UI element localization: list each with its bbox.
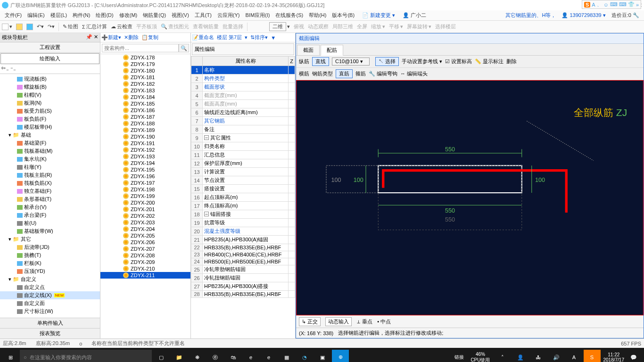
list-item[interactable]: ZDYX-181: [100, 74, 190, 81]
comp-new[interactable]: ➕新建▾: [101, 34, 121, 41]
link-label[interactable]: 链接: [454, 354, 464, 361]
tb-select-floor[interactable]: 选择楼层: [435, 23, 456, 30]
nav-item[interactable]: 挑檐(T): [0, 251, 100, 259]
menu-version[interactable]: 版本号(B): [329, 12, 357, 19]
list-item[interactable]: ZDYX-187: [100, 114, 190, 120]
nav-item[interactable]: 板洞(N): [0, 99, 100, 107]
tray-people[interactable]: 👤: [512, 350, 529, 362]
tb-level-top[interactable]: 平齐板顶: [136, 23, 157, 30]
nav-item[interactable]: 柱墩(Y): [0, 163, 100, 171]
nav-item[interactable]: 板受力筋(S): [0, 107, 100, 115]
prop-row[interactable]: 15搭接设置: [191, 185, 295, 193]
list-item[interactable]: ZDYX-183: [100, 87, 190, 94]
mid-pt[interactable]: • 中点: [377, 318, 391, 325]
list-item[interactable]: ZDYX-203: [100, 219, 190, 226]
list-item[interactable]: ZDYX-205: [100, 232, 190, 239]
prop-row[interactable]: 18−锚固搭接: [191, 210, 295, 219]
component-list[interactable]: ZDYX-178ZDYX-179ZDYX-180ZDYX-181ZDYX-182…: [100, 54, 190, 338]
set-elevation[interactable]: ☑ 设置标高: [445, 58, 472, 65]
prop-row[interactable]: 26冷轧扭钢筋锚固: [191, 274, 295, 282]
nav-item[interactable]: 板负筋(F): [0, 115, 100, 123]
nav-item[interactable]: 自定义面: [0, 299, 100, 307]
prop-row[interactable]: 13计算设置: [191, 168, 295, 176]
app-icon-1[interactable]: ❋: [189, 350, 206, 362]
prop-row[interactable]: 2构件类型: [191, 74, 295, 83]
menu-floor[interactable]: 楼层(L): [48, 12, 70, 19]
prop-row[interactable]: 20混凝土强度等级: [191, 227, 295, 236]
list-item[interactable]: ZDYX-182: [100, 81, 190, 87]
edit-end[interactable]: ↔ 编辑端头: [400, 70, 428, 77]
app-current[interactable]: ⊕: [332, 350, 349, 362]
prop-row[interactable]: 4截面宽度(mm): [191, 91, 295, 100]
tab-engineering-settings[interactable]: 工程设置: [0, 42, 100, 53]
list-item[interactable]: ZDYX-198: [100, 186, 190, 193]
nav-item[interactable]: 楼层板带(H): [0, 123, 100, 131]
tb-batch-select[interactable]: 批量选择: [223, 23, 243, 30]
prop-row[interactable]: 6轴线距左边线距离(mm): [191, 108, 295, 117]
prop-row[interactable]: 10归类名称: [191, 142, 295, 151]
nav-item[interactable]: 承台梁(F): [0, 211, 100, 219]
start-button[interactable]: ⊞: [2, 350, 19, 362]
menu-tools[interactable]: 工具(T): [192, 12, 215, 19]
nav-item[interactable]: ▾ 📁基础: [0, 131, 100, 139]
list-item[interactable]: ZDYX-208: [100, 252, 190, 259]
prop-row[interactable]: 19抗震等级: [191, 219, 295, 227]
show-annotations[interactable]: 📏 显示标注: [475, 58, 504, 65]
menu-rebar[interactable]: 钢筋量(Q): [140, 12, 169, 19]
prop-row[interactable]: 22HRB335(B),HRB335E(BE),HRBF: [191, 244, 295, 251]
prop-row[interactable]: 16起点顶标高(m): [191, 193, 295, 202]
list-item[interactable]: ZDYX-204: [100, 226, 190, 232]
nav-item[interactable]: 自定义点: [0, 283, 100, 291]
list-item[interactable]: ZDYX-179: [100, 61, 190, 67]
list-item[interactable]: ZDYX-196: [100, 173, 190, 180]
prop-row[interactable]: 12保护层厚度(mm): [191, 159, 295, 168]
prop-row[interactable]: 24HRB500(E),HRB500E(EE),HRBF: [191, 258, 295, 265]
nav-item[interactable]: 筏板基础(M): [0, 147, 100, 155]
menu-file[interactable]: 文件(F): [2, 12, 25, 19]
menu-online[interactable]: 在线服务(S): [272, 12, 306, 19]
prop-row[interactable]: 25冷轧带肋钢筋锚固: [191, 265, 295, 274]
prop-row[interactable]: 5截面高度(mm): [191, 100, 295, 108]
tray-clock[interactable]: 11:222018/7/17: [603, 352, 625, 362]
prop-sort[interactable]: ⇅排序▾: [250, 34, 268, 41]
menu-modify[interactable]: 修改(M): [116, 12, 140, 19]
list-item[interactable]: ZDYX-192: [100, 147, 190, 153]
app-icon-4[interactable]: ▣: [314, 350, 331, 362]
app-icon-3[interactable]: ◔: [296, 350, 313, 362]
nav-item[interactable]: 筏板负筋(X): [0, 179, 100, 187]
nav-item[interactable]: 现浇板(B): [0, 75, 100, 83]
search-button[interactable]: 🔍: [179, 44, 189, 52]
tab-rebar-config[interactable]: 配筋: [321, 45, 343, 56]
folder-icon[interactable]: 📁: [171, 350, 188, 362]
list-item[interactable]: ZDYX-186: [100, 107, 190, 114]
tab-section[interactable]: 截面: [297, 45, 320, 56]
prop-row[interactable]: 11汇总信息: [191, 151, 295, 159]
tray-ime-a[interactable]: A: [566, 350, 583, 362]
list-item[interactable]: ZDYX-209: [100, 259, 190, 265]
tb-redo[interactable]: ↷▾: [48, 24, 55, 30]
prop-row[interactable]: 21HPB235(A),HPB300(A)锚固: [191, 236, 295, 244]
notif-icon[interactable]: 💬: [625, 350, 642, 362]
list-item[interactable]: ZDYX-201: [100, 206, 190, 213]
tb-pan[interactable]: 平移▾: [389, 23, 403, 30]
list-item[interactable]: ZDYX-194: [100, 160, 190, 166]
store-icon[interactable]: 🛍: [224, 350, 241, 362]
tray-ime-s[interactable]: S: [584, 350, 601, 362]
tb-view-rebar[interactable]: 查看钢筋量: [193, 23, 219, 30]
list-item[interactable]: ZDYX-206: [100, 239, 190, 246]
nav-item[interactable]: 基础梁(F): [0, 139, 100, 147]
prop-floor[interactable]: 楼层 第7层: [217, 34, 242, 41]
nav-item[interactable]: 栏板(K): [0, 259, 100, 267]
list-item[interactable]: ZDYX-207: [100, 246, 190, 252]
menu-cloud[interactable]: 云应用(Y): [215, 12, 243, 19]
rebar-spec[interactable]: C10@100 ▾: [332, 58, 370, 66]
list-item[interactable]: ZDYX-191: [100, 140, 190, 147]
list-item[interactable]: ZDYX-185: [100, 100, 190, 107]
list-item[interactable]: ZDYX-184: [100, 94, 190, 100]
tb-top-view[interactable]: 俯视: [294, 23, 304, 30]
tb-cloud-check[interactable]: ☁ 云检查: [111, 23, 132, 30]
menu-help[interactable]: 帮助(H): [306, 12, 329, 19]
taskbar-search[interactable]: ○ 在这里输入你要搜索的内容: [20, 350, 152, 362]
tb-orbit[interactable]: 动态观察: [308, 23, 329, 30]
tb-fullscreen[interactable]: 全屏: [357, 23, 367, 30]
